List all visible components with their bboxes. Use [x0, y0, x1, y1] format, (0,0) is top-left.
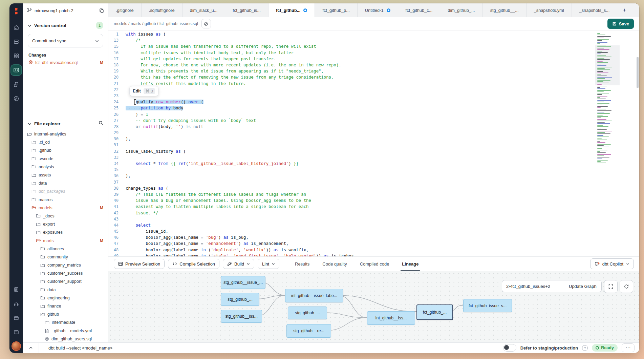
ready-status-badge[interactable]: Ready — [592, 344, 618, 352]
tree-item-marts[interactable]: martsM — [23, 236, 108, 245]
refresh-button[interactable] — [620, 280, 633, 293]
editor-scrollbar[interactable] — [636, 30, 639, 256]
lineage-node-fct-github-issue-s-[interactable]: fct_github_issue_s... — [463, 299, 512, 312]
dbt-copilot-button[interactable]: dbt Copilot — [590, 258, 634, 269]
tab-fct-github-c-[interactable]: fct_github_c... — [398, 3, 441, 17]
tree-item-analysis[interactable]: analysis — [23, 163, 108, 171]
tree-item-company-metrics[interactable]: company_metrics — [23, 261, 108, 269]
code-line-36[interactable]: 36), — [108, 173, 639, 179]
lineage-node-stg-github-iss-[interactable]: stg_github__iss... — [221, 310, 262, 323]
fullscreen-button[interactable] — [604, 280, 618, 293]
tree-item-engineering[interactable]: engineering — [23, 294, 108, 302]
code-line-37[interactable]: 37 — [108, 179, 639, 185]
support-headset-icon[interactable] — [11, 299, 21, 309]
copy-icon[interactable] — [99, 8, 104, 13]
code-line-44[interactable]: 44 select — [108, 222, 639, 228]
lineage-node-stg-github-[interactable]: stg_github_... — [288, 307, 327, 319]
code-line-28[interactable]: 28 or nullif(body, '') is null — [108, 124, 639, 130]
code-line-41[interactable]: 41 easiest way to flatten multiple label… — [108, 204, 639, 210]
code-line-25[interactable]: 25······partition by body — [108, 105, 639, 111]
tree-item-finance[interactable]: finance — [23, 302, 108, 310]
dbt-logo-icon[interactable] — [12, 7, 21, 16]
ide-editor-icon[interactable] — [11, 65, 21, 75]
lineage-node-stg-github-re-[interactable]: stg_github__re... — [286, 324, 331, 338]
code-line-48[interactable]: 48 boolor_agg(label_name in ('duplicate'… — [108, 247, 639, 253]
help-icon[interactable]: ? — [582, 345, 588, 351]
notes-icon[interactable] — [11, 284, 21, 295]
lineage-node-int-github-issue-labe-[interactable]: int_github__issue_labe... — [285, 289, 343, 302]
preview-selection-button[interactable]: Preview Selection — [114, 259, 165, 269]
tab-compiled-code[interactable]: Compiled code — [360, 257, 389, 271]
search-icon[interactable] — [99, 121, 103, 127]
tab--snapshots-s-[interactable]: _snapshots_s... — [572, 3, 618, 17]
code-line-45[interactable]: 45 issue_id, — [108, 228, 639, 234]
collapse-panel-icon[interactable] — [23, 343, 39, 353]
scrollbar-thumb[interactable] — [637, 57, 639, 88]
code-line-22[interactable]: 22 — [108, 87, 639, 93]
tab-code-quality[interactable]: Code quality — [322, 257, 347, 271]
tree-item-models[interactable]: modelsM — [23, 204, 108, 212]
tab-fct-github-is-[interactable]: fct_github_is... — [225, 3, 269, 17]
code-line-19[interactable]: 19 While this prevents the old issue fro… — [108, 68, 639, 74]
code-editor[interactable]: 1with issues as (13 /*15 If an issue has… — [108, 30, 639, 256]
command-input[interactable]: dbt build --select <model_name> — [48, 345, 112, 351]
tree-item-dbt-packages[interactable]: dbt_packages — [23, 187, 108, 195]
code-line-31[interactable]: 31 — [108, 142, 639, 148]
changed-file-item[interactable]: fct_dbt_invocations.sql M — [23, 59, 108, 66]
tree-item-export[interactable]: export — [23, 220, 108, 228]
code-line-26[interactable]: 26 ) = 1 — [108, 111, 639, 117]
tree-item-dim-github-users-sql[interactable]: dim_github_users.sql — [23, 335, 108, 342]
home-icon[interactable] — [11, 22, 21, 33]
code-line-49[interactable]: 49 boolor_agg(label_name in ('stale', 'g… — [108, 253, 639, 256]
tree-item-internal-analytics[interactable]: internal-analytics — [23, 130, 108, 138]
code-line-24[interactable]: 24 qualify row_number() over ( — [108, 99, 639, 105]
code-line-27[interactable]: 27 -- don't try deduping issues with no … — [108, 118, 639, 124]
lineage-node-stg-github-issue-[interactable]: stg_github__issue_... — [221, 276, 265, 289]
tree-item--github[interactable]: .github — [23, 146, 108, 154]
compile-selection-button[interactable]: Compile Selection — [168, 259, 219, 269]
lineage-node-int-github-iss-[interactable]: int_github__iss... — [367, 311, 415, 325]
wallet-icon[interactable] — [11, 313, 21, 323]
code-line-15[interactable]: 15 If an issue has been transferred to a… — [108, 43, 639, 49]
code-line-40[interactable]: 40 issue has a bug or enhancement label.… — [108, 197, 639, 204]
lineage-node-stg-github-[interactable]: stg_github_... — [221, 293, 259, 306]
tree-item-alliances[interactable]: alliances — [23, 245, 108, 253]
code-line-17[interactable]: 17 will get updates for events that happ… — [108, 56, 639, 62]
tree-item-exposures[interactable]: exposures — [23, 228, 108, 236]
save-button[interactable]: Save — [607, 19, 634, 29]
code-line-13[interactable]: 13 /* — [108, 37, 639, 43]
new-tab-button[interactable]: + — [617, 3, 631, 17]
edit-tooltip[interactable]: Edit ⌘ B — [129, 86, 158, 96]
environments-icon[interactable] — [11, 37, 21, 47]
tree-item-data[interactable]: data — [23, 286, 108, 294]
view-docs-icon[interactable] — [201, 19, 211, 28]
lineage-node-fct-github-[interactable]: fct_github_... — [416, 304, 453, 320]
tree-item-customer-support[interactable]: customer_support — [23, 277, 108, 286]
tree-item--docs[interactable]: _docs — [23, 212, 108, 220]
code-line-29[interactable]: 29 — [108, 130, 639, 136]
code-line-34[interactable]: 34 select * from {{ ref('int_github__iss… — [108, 161, 639, 167]
dashboard-icon[interactable] — [11, 51, 21, 61]
build-button[interactable]: Build — [223, 259, 254, 269]
lineage-selector-input[interactable] — [502, 280, 564, 292]
code-line-18[interactable]: 18 For now, choose the one with more rec… — [108, 62, 639, 68]
code-line-42[interactable]: 42 issue. */ — [108, 210, 639, 216]
code-line-30[interactable]: 30), — [108, 136, 639, 142]
tab-untitled-1[interactable]: Untitled-1 — [358, 3, 398, 17]
code-line-33[interactable]: 33 — [108, 154, 639, 161]
tree-item--vscode[interactable]: .vscode — [23, 155, 108, 163]
tab--sqlfluffignore[interactable]: .sqlfluffignore — [142, 3, 183, 17]
code-line-1[interactable]: 1with issues as ( — [108, 31, 639, 37]
code-line-35[interactable]: 35 — [108, 167, 639, 173]
tree-item-customer-success[interactable]: customer_success — [23, 269, 108, 277]
tab-stg-github-[interactable]: stg_github__... — [483, 3, 527, 17]
tree-item-community[interactable]: community — [23, 253, 108, 261]
code-line-20[interactable]: 20 this has the effect of removing the n… — [108, 74, 639, 80]
version-control-header[interactable]: Version control 1 — [23, 18, 108, 31]
code-line-23[interactable]: 23 — [108, 93, 639, 99]
code-line-43[interactable]: 43 — [108, 216, 639, 222]
user-avatar[interactable] — [12, 342, 20, 350]
code-line-21[interactable]: 21 Let's revisit this modeling in the fu… — [108, 81, 639, 87]
commit-and-sync-select[interactable]: Commit and sync — [28, 34, 103, 47]
explore-compass-icon[interactable] — [11, 93, 21, 104]
